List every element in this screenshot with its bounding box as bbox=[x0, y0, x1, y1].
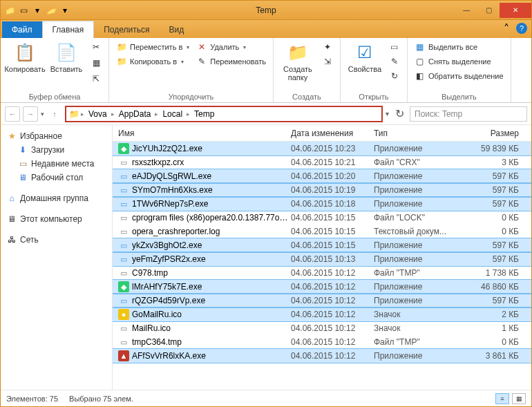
refresh-button[interactable]: ↻ bbox=[392, 106, 407, 122]
copy-button[interactable]: 📋 Копировать bbox=[5, 40, 45, 75]
history-dropdown-icon[interactable]: ▾ bbox=[41, 111, 44, 117]
close-button[interactable]: ✕ bbox=[500, 3, 531, 18]
file-name: C978.tmp bbox=[132, 268, 291, 278]
ribbon-collapse-icon[interactable]: ˄ bbox=[501, 23, 512, 34]
file-date: 04.06.2015 10:12 bbox=[291, 296, 374, 305]
breadcrumb[interactable]: 📁 ▸ Vova ▸ AppData ▸ Local ▸ Temp bbox=[65, 106, 383, 122]
maximize-button[interactable]: ▢ bbox=[477, 3, 500, 18]
file-size: 597 КБ bbox=[464, 254, 519, 264]
file-row[interactable]: ▭yeFmZyfPSR2x.exe04.06.2015 10:13Приложе… bbox=[113, 252, 531, 266]
help-icon[interactable]: ? bbox=[516, 23, 527, 34]
file-size: 597 КБ bbox=[464, 185, 519, 195]
file-row[interactable]: ▭rQZGP4d59rVp.exe04.06.2015 10:12Приложе… bbox=[113, 294, 531, 307]
open-folder-icon[interactable]: 📂 bbox=[45, 4, 57, 17]
ribbon-group-clipboard: 📋 Копировать 📄 Вставить ✂ ▦ ⇱ Буфер обме… bbox=[1, 38, 109, 102]
file-rows[interactable]: ◆JicYUhJ2zQ21.exe04.06.2015 10:23Приложе… bbox=[113, 142, 531, 390]
file-row[interactable]: ▭eAJDyQLSgRWL.exe04.06.2015 10:20Приложе… bbox=[113, 169, 531, 183]
breadcrumb-seg-temp[interactable]: Temp bbox=[191, 109, 217, 119]
select-none-button[interactable]: ▢Снять выделение bbox=[412, 55, 506, 68]
paste-shortcut-button[interactable]: ⇱ bbox=[88, 72, 104, 86]
sidebar-downloads[interactable]: ⬇Загрузки bbox=[1, 143, 112, 157]
file-size: 597 КБ bbox=[464, 171, 519, 181]
sidebar-thispc[interactable]: 🖥Этот компьютер bbox=[1, 212, 112, 226]
view-icons-button[interactable]: ▦ bbox=[512, 393, 526, 404]
search-input[interactable]: Поиск: Temp bbox=[410, 106, 527, 122]
breadcrumb-seg-local[interactable]: Local bbox=[160, 109, 185, 119]
column-type[interactable]: Тип bbox=[374, 129, 464, 138]
properties-button[interactable]: ☑ Свойства bbox=[345, 40, 385, 75]
file-name: ykZxv3BghOt2.exe bbox=[132, 240, 291, 250]
file-icon: ◆ bbox=[118, 281, 129, 292]
delete-button[interactable]: ✕Удалить▾ bbox=[193, 40, 269, 54]
file-date: 04.06.2015 10:23 bbox=[291, 144, 374, 153]
cut-button[interactable]: ✂ bbox=[88, 40, 104, 54]
organize-group-label: Упорядочить bbox=[113, 91, 269, 101]
sidebar-desktop[interactable]: 🖥Рабочий стол bbox=[1, 171, 112, 184]
network-icon: 🖧 bbox=[6, 234, 17, 245]
column-size[interactable]: Размер bbox=[464, 129, 519, 138]
file-name: eAJDyQLSgRWL.exe bbox=[132, 171, 291, 181]
new-folder-button[interactable]: 📁 Создать папку bbox=[278, 40, 318, 83]
file-size: 0 КБ bbox=[464, 213, 519, 223]
paste-button[interactable]: 📄 Вставить bbox=[46, 40, 86, 75]
breadcrumb-dropdown-icon[interactable]: ▾ bbox=[386, 110, 389, 117]
properties-qat-icon[interactable]: ▭ bbox=[17, 4, 30, 17]
file-type: Файл "LOCK" bbox=[374, 213, 464, 223]
qat-dropdown-icon[interactable]: ▾ bbox=[59, 4, 71, 17]
column-name[interactable]: Имя bbox=[118, 129, 291, 138]
tab-file[interactable]: Файл bbox=[2, 21, 42, 38]
copy-to-button[interactable]: 📁Копировать в▾ bbox=[113, 55, 192, 68]
invert-selection-button[interactable]: ◧Обратить выделение bbox=[412, 69, 506, 83]
file-date: 04.06.2015 10:20 bbox=[291, 171, 374, 181]
tab-share[interactable]: Поделиться bbox=[94, 21, 159, 38]
open-button[interactable]: ▭ bbox=[386, 40, 403, 54]
file-row[interactable]: ◆JicYUhJ2zQ21.exe04.06.2015 10:23Приложе… bbox=[113, 142, 531, 155]
sidebar-network[interactable]: 🖧Сеть bbox=[1, 233, 112, 247]
newfolder-qat-icon[interactable]: ▾ bbox=[31, 4, 44, 17]
properties-icon: ☑ bbox=[354, 41, 376, 64]
file-row[interactable]: ▭ykZxv3BghOt2.exe04.06.2015 10:15Приложе… bbox=[113, 238, 531, 252]
file-row[interactable]: ◆lMrAHfY75k7E.exe04.06.2015 10:12Приложе… bbox=[113, 280, 531, 294]
move-to-button[interactable]: 📁Переместить в▾ bbox=[113, 40, 192, 54]
file-date: 04.06.2015 10:12 bbox=[291, 351, 374, 361]
file-row[interactable]: ▭opera_crashreporter.log04.06.2015 10:15… bbox=[113, 225, 531, 238]
file-row[interactable]: ▲AFfSvVrR6lxKA.exe04.06.2015 10:12Прилож… bbox=[113, 349, 531, 363]
file-row[interactable]: ▭cprogram files (x86)opera20.0.1387.77op… bbox=[113, 211, 531, 225]
file-icon: ▲ bbox=[118, 350, 129, 361]
file-row[interactable]: ▭C978.tmp04.06.2015 10:12Файл "TMP"1 738… bbox=[113, 266, 531, 280]
copypath-icon: ▦ bbox=[91, 57, 102, 68]
paste-icon: 📄 bbox=[55, 41, 77, 64]
sidebar-homegroup[interactable]: ⌂Домашняя группа bbox=[1, 191, 112, 205]
file-date: 04.06.2015 10:12 bbox=[291, 323, 374, 333]
easy-access-button[interactable]: ⇲ bbox=[319, 55, 336, 68]
up-button[interactable]: ↑ bbox=[47, 106, 62, 122]
file-row[interactable]: ▭tmpC364.tmp04.06.2015 10:12Файл "TMP"0 … bbox=[113, 335, 531, 349]
select-all-button[interactable]: ▦Выделить все bbox=[412, 40, 506, 54]
rename-button[interactable]: ✎Переименовать bbox=[193, 55, 269, 68]
tab-view[interactable]: Вид bbox=[159, 21, 193, 38]
tab-main[interactable]: Главная bbox=[42, 21, 95, 38]
back-button[interactable]: ← bbox=[5, 106, 20, 122]
file-type: Приложение bbox=[374, 199, 464, 209]
file-row[interactable]: ▭SYmO7mHn6Xks.exe04.06.2015 10:19Приложе… bbox=[113, 183, 531, 197]
edit-button[interactable]: ✎ bbox=[386, 55, 403, 68]
minimize-button[interactable]: — bbox=[455, 3, 477, 18]
file-name: GoMailRu.ico bbox=[132, 310, 291, 319]
file-row[interactable]: ▭MailRu.ico04.06.2015 10:12Значок1 КБ bbox=[113, 321, 531, 335]
forward-button[interactable]: → bbox=[23, 106, 38, 122]
breadcrumb-seg-appdata[interactable]: AppData bbox=[116, 109, 154, 119]
chevron-right-icon: ▸ bbox=[111, 111, 115, 117]
window-controls: — ▢ ✕ bbox=[455, 3, 531, 18]
sidebar-recent[interactable]: ▭Недавние места bbox=[1, 157, 112, 171]
copypath-button[interactable]: ▦ bbox=[88, 56, 104, 70]
history-button[interactable]: ↻ bbox=[386, 69, 403, 83]
breadcrumb-seg-vova[interactable]: Vova bbox=[86, 109, 110, 119]
file-row[interactable]: ●GoMailRu.ico04.06.2015 10:12Значок2 КБ bbox=[113, 307, 531, 321]
file-row[interactable]: ▭rsxsztkxpz.crx04.06.2015 10:21Файл "CRX… bbox=[113, 155, 531, 169]
new-item-button[interactable]: ✦ bbox=[319, 40, 336, 54]
column-date[interactable]: Дата изменения bbox=[291, 129, 374, 138]
sidebar-favorites[interactable]: ★Избранное bbox=[1, 129, 112, 143]
view-details-button[interactable]: ≡ bbox=[495, 393, 509, 404]
homegroup-icon: ⌂ bbox=[6, 193, 17, 204]
file-row[interactable]: ▭1TWv6RNep7sP.exe04.06.2015 10:18Приложе… bbox=[113, 197, 531, 211]
